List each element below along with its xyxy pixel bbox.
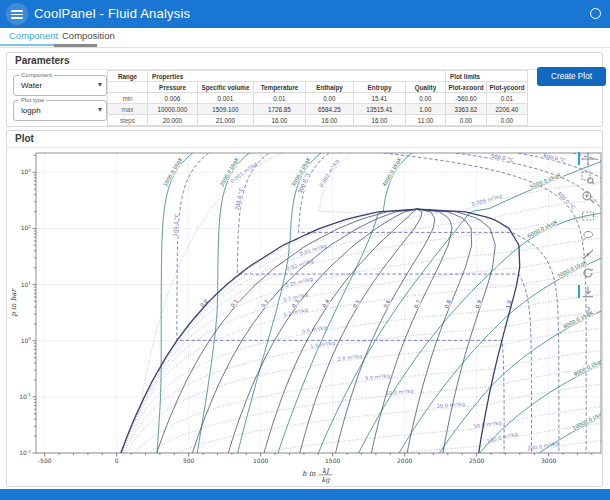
svg-text:h in: h in xyxy=(302,470,316,478)
table-column-header: Specific volume xyxy=(198,82,254,93)
divider xyxy=(0,47,610,48)
table-cell[interactable]: 1.00 xyxy=(406,104,446,115)
table-cell[interactable]: 20.000 xyxy=(148,115,198,126)
svg-text:500: 500 xyxy=(183,457,195,464)
tool-wheel-zoom-button[interactable] xyxy=(579,188,596,206)
tool-save-button[interactable] xyxy=(579,283,596,301)
table-cell[interactable]: 1509.100 xyxy=(198,104,254,115)
svg-text:5.0 m³/kg: 5.0 m³/kg xyxy=(365,372,391,382)
table-cell[interactable]: 13515.41 xyxy=(354,104,406,115)
svg-text:kg: kg xyxy=(321,476,330,484)
table-cell[interactable]: 0.01 xyxy=(254,93,306,104)
tab-bar: Component Composition xyxy=(0,28,610,47)
svg-text:1.0 m³/kg: 1.0 m³/kg xyxy=(310,339,336,350)
table-column-header: Temperature xyxy=(254,82,306,93)
app-title: CoolPanel - Fluid Analysis xyxy=(34,0,190,28)
tool-reset-button[interactable] xyxy=(579,264,596,282)
table-cell[interactable]: 2206.40 xyxy=(487,104,528,115)
table-column-header: Plot-ycoord xyxy=(487,82,528,93)
svg-text:?: ? xyxy=(585,306,590,317)
svg-text:0.7: 0.7 xyxy=(413,299,422,309)
table-cell[interactable]: 0.00 xyxy=(406,93,446,104)
wheel-zoom-icon xyxy=(581,190,595,204)
svg-text:0.002 m³/kg: 0.002 m³/kg xyxy=(318,158,341,188)
table-cell[interactable]: 15.41 xyxy=(354,93,406,104)
grid xyxy=(36,153,601,453)
svg-text:103: 103 xyxy=(21,168,32,176)
tool-box-select-button[interactable] xyxy=(579,207,596,225)
component-select[interactable]: Component Water ▾ xyxy=(13,75,107,96)
svg-text:0.4: 0.4 xyxy=(321,298,331,309)
create-plot-button[interactable]: Create Plot xyxy=(537,67,606,86)
svg-text:500.0 °C: 500.0 °C xyxy=(491,153,515,163)
svg-text:10-2: 10-2 xyxy=(19,449,31,457)
svg-text:0.5: 0.5 xyxy=(352,299,361,309)
hamburger-icon xyxy=(11,10,23,12)
svg-text:0.2: 0.2 xyxy=(260,298,270,308)
y-axis-label: p in bar xyxy=(10,288,18,318)
table-cell[interactable]: 1726.85 xyxy=(254,104,306,115)
svg-text:20.0 m³/kg: 20.0 m³/kg xyxy=(436,401,465,411)
tool-box-zoom-button[interactable] xyxy=(579,169,596,187)
table-cell[interactable]: 0.006 xyxy=(148,93,198,104)
plot-type-select[interactable]: Plot type logph ▾ xyxy=(13,100,107,121)
table-cell[interactable]: 3363.62 xyxy=(446,104,487,115)
svg-text:2000: 2000 xyxy=(397,457,412,464)
svg-text:0.005 m³/kg: 0.005 m³/kg xyxy=(471,193,503,208)
footer-bar xyxy=(0,489,610,500)
tab-indicator-active xyxy=(0,44,54,47)
table-column-header: Entropy xyxy=(354,82,406,93)
table-group-header: Properties xyxy=(148,71,446,82)
svg-text:0.5 m³/kg: 0.5 m³/kg xyxy=(301,324,327,335)
table-row-label: min xyxy=(108,93,148,104)
table-row: max10000.0001509.1001726.856584.2513515.… xyxy=(108,104,528,115)
table-column-header: Quality xyxy=(406,82,446,93)
svg-text:9000.0 J/kgK: 9000.0 J/kgK xyxy=(572,357,602,378)
logph-chart[interactable]: 0.001 m³/kg0.002 m³/kg0.005 m³/kg0.01 m³… xyxy=(7,148,602,486)
tab-component[interactable]: Component xyxy=(9,28,58,44)
table-cell[interactable]: 0.00 xyxy=(446,115,487,126)
table-cell[interactable]: 21.000 xyxy=(198,115,254,126)
table-cell[interactable]: 0.00 xyxy=(306,93,354,104)
active-tool-indicator xyxy=(578,285,580,298)
table-cell[interactable]: 11.00 xyxy=(406,115,446,126)
table-cell[interactable]: 6584.25 xyxy=(306,104,354,115)
svg-text:6000.0 J/kgK: 6000.0 J/kgK xyxy=(526,218,559,240)
lasso-select-icon xyxy=(581,228,595,242)
tab-composition[interactable]: Composition xyxy=(62,28,115,44)
svg-text:10-1: 10-1 xyxy=(19,392,31,400)
table-cell[interactable]: 0.01 xyxy=(487,93,528,104)
svg-text:2500: 2500 xyxy=(469,457,484,464)
table-cell[interactable]: -560.60 xyxy=(446,93,487,104)
parameters-panel: Parameters Component Water ▾ Plot type l… xyxy=(6,52,603,127)
svg-text:4000.0 J/kgK: 4000.0 J/kgK xyxy=(381,156,404,188)
plot-type-select-value: logph xyxy=(21,106,41,115)
tool-hover-button[interactable] xyxy=(579,245,596,263)
svg-text:100: 100 xyxy=(21,336,32,344)
tool-help-button[interactable]: ? xyxy=(579,302,596,320)
status-circle-icon[interactable] xyxy=(590,8,601,19)
isoline-layer: 0.001 m³/kg0.002 m³/kg0.005 m³/kg0.01 m³… xyxy=(121,152,602,453)
help-icon: ? xyxy=(581,304,595,318)
tool-pan-button[interactable] xyxy=(579,150,596,168)
table-cell[interactable]: 16.00 xyxy=(254,115,306,126)
table-cell[interactable]: 0.00 xyxy=(487,115,528,126)
svg-text:-500: -500 xyxy=(38,457,52,464)
plot-title: Plot xyxy=(7,131,602,148)
hover-icon xyxy=(581,247,595,261)
svg-text:200.0 °C: 200.0 °C xyxy=(234,187,244,211)
component-select-value: Water xyxy=(21,81,42,90)
tool-lasso-select-button[interactable] xyxy=(579,226,596,244)
reset-icon xyxy=(581,266,595,280)
table-cell[interactable]: 0.001 xyxy=(198,93,254,104)
table-cell[interactable]: 16.00 xyxy=(306,115,354,126)
table-column-header xyxy=(108,82,148,93)
svg-text:0.6: 0.6 xyxy=(382,299,391,309)
table-cell[interactable]: 10000.000 xyxy=(148,104,198,115)
table-cell[interactable]: 16.00 xyxy=(354,115,406,126)
chevron-down-icon: ▾ xyxy=(98,105,102,114)
svg-text:2000.0 J/kgK: 2000.0 J/kgK xyxy=(218,156,241,188)
menu-button[interactable] xyxy=(6,3,28,25)
table-column-header: Plot-xcoord xyxy=(446,82,487,93)
pan-icon xyxy=(581,152,595,166)
